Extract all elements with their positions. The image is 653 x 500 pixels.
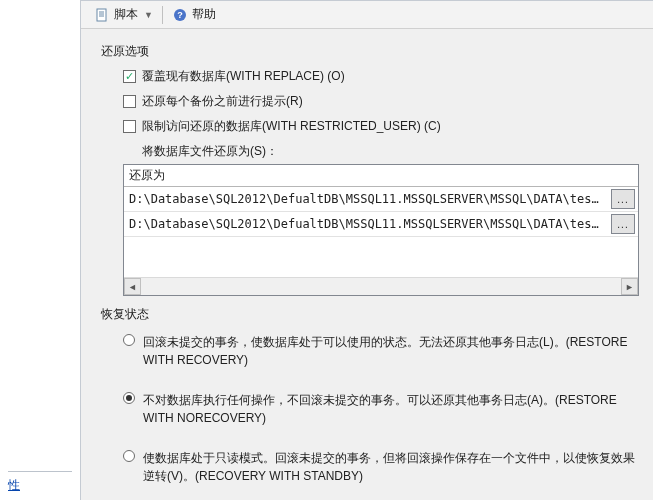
file-path-cell: D:\Database\SQL2012\DefualtDB\MSSQL11.MS…: [124, 189, 608, 209]
scroll-left-icon[interactable]: ◄: [124, 278, 141, 295]
main-panel: 脚本 ▼ ? 帮助 还原选项 覆盖现有数据库(WITH REPLACE) (O): [81, 0, 653, 500]
overwrite-label: 覆盖现有数据库(WITH REPLACE) (O): [142, 68, 345, 85]
app-window: 性 脚本 ▼ ? 帮助 还原选项: [0, 0, 653, 500]
overwrite-checkbox[interactable]: [123, 70, 136, 83]
norecovery-radio-label: 不对数据库执行任何操作，不回滚未提交的事务。可以还原其他事务日志(A)。(RES…: [143, 391, 639, 427]
recovery-radio-label: 回滚未提交的事务，使数据库处于可以使用的状态。无法还原其他事务日志(L)。(RE…: [143, 333, 639, 369]
script-label: 脚本: [114, 6, 138, 23]
toolbar-separator: [162, 6, 163, 24]
norecovery-radio[interactable]: [123, 392, 135, 404]
restore-as-label: 将数据库文件还原为(S)：: [142, 143, 639, 160]
scroll-right-icon[interactable]: ►: [621, 278, 638, 295]
restricted-checkbox[interactable]: [123, 120, 136, 133]
svg-rect-0: [97, 9, 106, 21]
standby-radio[interactable]: [123, 450, 135, 462]
chevron-down-icon: ▼: [144, 10, 153, 20]
prompt-each-checkbox[interactable]: [123, 95, 136, 108]
script-icon: [94, 7, 110, 23]
sidebar-section: 性: [8, 471, 72, 494]
restricted-label: 限制访问还原的数据库(WITH RESTRICTED_USER) (C): [142, 118, 441, 135]
help-button[interactable]: ? 帮助: [169, 5, 219, 24]
restore-options-title: 还原选项: [101, 43, 639, 60]
toolbar: 脚本 ▼ ? 帮助: [81, 1, 653, 29]
file-path-cell: D:\Database\SQL2012\DefualtDB\MSSQL11.MS…: [124, 214, 608, 234]
script-button[interactable]: 脚本 ▼: [91, 5, 156, 24]
standby-radio-label: 使数据库处于只读模式。回滚未提交的事务，但将回滚操作保存在一个文件中，以使恢复效…: [143, 449, 639, 485]
sidebar-link[interactable]: 性: [8, 478, 20, 492]
table-row[interactable]: D:\Database\SQL2012\DefualtDB\MSSQL11.MS…: [124, 187, 638, 212]
file-table: 还原为 D:\Database\SQL2012\DefualtDB\MSSQL1…: [123, 164, 639, 296]
browse-button[interactable]: ...: [611, 214, 635, 234]
horizontal-scrollbar[interactable]: ◄ ►: [124, 277, 638, 295]
sidebar: 性: [0, 0, 81, 500]
svg-text:?: ?: [177, 10, 183, 20]
help-icon: ?: [172, 7, 188, 23]
content-area: 还原选项 覆盖现有数据库(WITH REPLACE) (O) 还原每个备份之前进…: [81, 29, 653, 500]
recovery-radio[interactable]: [123, 334, 135, 346]
table-row[interactable]: D:\Database\SQL2012\DefualtDB\MSSQL11.MS…: [124, 212, 638, 237]
help-label: 帮助: [192, 6, 216, 23]
prompt-each-label: 还原每个备份之前进行提示(R): [142, 93, 303, 110]
browse-button[interactable]: ...: [611, 189, 635, 209]
recovery-state-title: 恢复状态: [101, 306, 639, 323]
file-table-header[interactable]: 还原为: [124, 165, 638, 187]
